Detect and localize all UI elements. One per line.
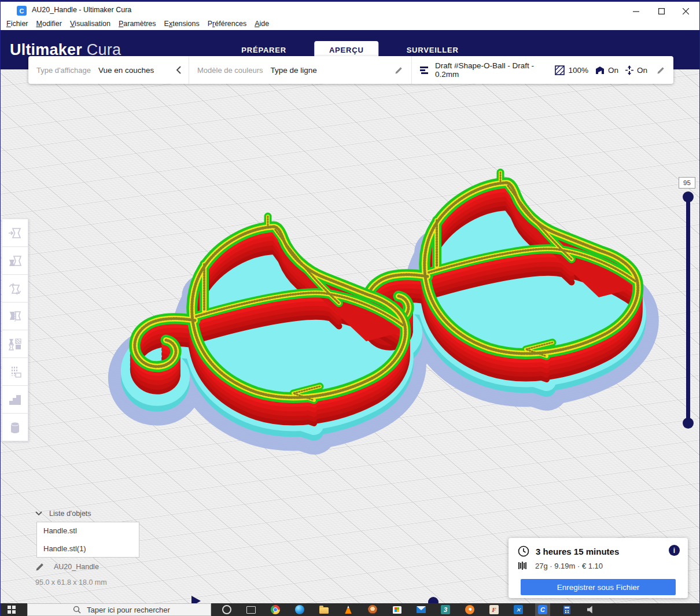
store-icon xyxy=(393,606,401,614)
info-icon[interactable]: i xyxy=(669,545,680,556)
task-view-icon xyxy=(246,606,256,614)
3ds-max-button[interactable]: 3 xyxy=(438,603,453,616)
task-view-button[interactable] xyxy=(244,603,259,616)
game-launcher-button[interactable] xyxy=(365,603,380,616)
mirror-tool-button[interactable] xyxy=(2,302,28,330)
material-spool-icon xyxy=(518,561,528,570)
support-blocker-icon xyxy=(8,366,23,378)
freecad-button[interactable]: F xyxy=(487,603,502,616)
move-tool-button[interactable] xyxy=(2,219,28,247)
stairs-icon xyxy=(8,393,23,406)
project-name: AU20_Handle xyxy=(54,563,99,571)
color-scheme-selector[interactable]: Modèle de couleurs Type de ligne xyxy=(189,56,411,84)
edge-button[interactable] xyxy=(292,603,307,616)
chevron-down-icon xyxy=(35,511,42,516)
object-list-toggle[interactable]: Liste d'objets xyxy=(35,510,91,518)
menu-extensions[interactable]: Extensions xyxy=(160,19,204,29)
maximize-icon xyxy=(658,8,665,14)
vlc-cone-icon xyxy=(344,606,353,614)
menubar: Fichier Modifier Visualisation Paramètre… xyxy=(1,17,699,30)
cortana-icon xyxy=(222,605,231,614)
file-explorer-button[interactable] xyxy=(316,603,331,616)
titlebar: C AU20_Handle - Ultimaker Cura xyxy=(1,0,699,17)
menu-aide[interactable]: Aide xyxy=(250,19,273,29)
project-name-row: AU20_Handle xyxy=(35,562,99,571)
chevron-left-icon xyxy=(176,66,182,74)
minimize-icon xyxy=(633,8,639,14)
minimize-button[interactable] xyxy=(623,3,649,19)
chrome-button[interactable] xyxy=(268,603,283,616)
cortana-search-button[interactable] xyxy=(219,603,234,616)
cylinder-tool-button[interactable] xyxy=(2,413,28,441)
microsoft-store-button[interactable] xyxy=(389,603,404,616)
mail-icon xyxy=(417,606,426,613)
close-icon xyxy=(683,8,689,14)
adhesion-icon xyxy=(625,65,633,75)
mirror-icon xyxy=(8,310,23,323)
rotate-tool-button[interactable] xyxy=(2,274,28,303)
display-type-value: Vue en couches xyxy=(98,66,154,75)
menu-preferences[interactable]: Préférences xyxy=(204,19,250,29)
per-model-settings-icon xyxy=(8,338,23,351)
blender-button[interactable] xyxy=(462,603,477,616)
support-value: On xyxy=(608,66,618,75)
color-scheme-value: Type de ligne xyxy=(270,66,316,75)
window-title: AU20_Handle - Ultimaker Cura xyxy=(32,6,131,14)
rename-pencil-icon[interactable] xyxy=(35,562,45,571)
taskbar-search[interactable] xyxy=(27,603,211,616)
print-settings-summary[interactable]: Draft #Shape-O-Ball - Draft - 0.2mm 100%… xyxy=(411,56,673,84)
chrome-icon xyxy=(271,605,280,614)
infill-icon xyxy=(555,65,565,75)
move-icon xyxy=(8,227,23,239)
layer-slider-bottom-handle[interactable] xyxy=(683,418,694,429)
print-summary-card: 3 heures 15 minutes i 27g · 9.19m · € 1.… xyxy=(509,538,688,598)
stairs-tool-button[interactable] xyxy=(2,385,28,414)
close-button[interactable] xyxy=(673,3,698,19)
search-input[interactable] xyxy=(86,605,198,615)
edit-settings-pencil-icon[interactable] xyxy=(657,66,665,75)
windows-taskbar: 3 F C xyxy=(1,603,699,616)
maximize-button[interactable] xyxy=(649,3,674,19)
cura-app-icon: C xyxy=(17,6,27,16)
layer-number-value: 95 xyxy=(679,177,695,189)
sharex-button[interactable] xyxy=(511,603,526,616)
cura-icon: C xyxy=(538,605,547,614)
object-list-item[interactable]: Handle.stl(1) xyxy=(43,544,132,553)
layers-icon xyxy=(420,66,429,74)
calculator-button[interactable] xyxy=(559,603,574,616)
search-icon xyxy=(73,606,81,614)
adhesion-value: On xyxy=(637,66,647,75)
menu-modifier[interactable]: Modifier xyxy=(32,19,66,29)
cura-taskbar-button[interactable]: C xyxy=(535,603,550,616)
edit-pencil-icon[interactable] xyxy=(395,66,403,75)
support-blocker-button[interactable] xyxy=(2,357,28,386)
layer-slider-top-handle[interactable] xyxy=(683,191,694,202)
taskbar-icons: 3 F C xyxy=(219,603,608,616)
scale-tool-button[interactable] xyxy=(2,246,28,275)
object-list-item[interactable]: Handle.stl xyxy=(43,526,132,535)
display-type-label: Type d'affichage xyxy=(36,66,91,75)
printer-config-text: Draft #Shape-O-Ball - Draft - 0.2mm xyxy=(435,61,555,79)
support-icon xyxy=(595,66,605,75)
material-cost-estimate: 27g · 9.19m · € 1.10 xyxy=(535,562,603,570)
color-scheme-label: Modèle de couleurs xyxy=(197,66,263,75)
3ds-max-icon: 3 xyxy=(441,605,450,614)
volume-mixer-button[interactable] xyxy=(584,603,599,616)
layer-slider-track[interactable] xyxy=(686,196,690,425)
menu-parametres[interactable]: Paramètres xyxy=(115,19,160,29)
blender-icon xyxy=(465,605,474,614)
edge-icon xyxy=(295,605,304,614)
per-model-settings-button[interactable] xyxy=(2,330,28,358)
vlc-button[interactable] xyxy=(341,603,356,616)
display-type-selector[interactable]: Type d'affichage Vue en couches xyxy=(28,56,189,84)
save-to-file-button[interactable]: Enregistrer sous Fichier xyxy=(521,579,676,595)
menu-fichier[interactable]: Fichier xyxy=(2,19,32,29)
cylinder-icon xyxy=(8,421,23,434)
clock-icon xyxy=(518,545,529,557)
stage-settings-bar: Type d'affichage Vue en couches Modèle d… xyxy=(28,56,673,84)
mail-button[interactable] xyxy=(414,603,429,616)
infill-value: 100% xyxy=(568,66,588,75)
game-avatar-icon xyxy=(368,605,377,614)
menu-visualisation[interactable]: Visualisation xyxy=(66,19,115,29)
start-button[interactable] xyxy=(1,603,27,616)
